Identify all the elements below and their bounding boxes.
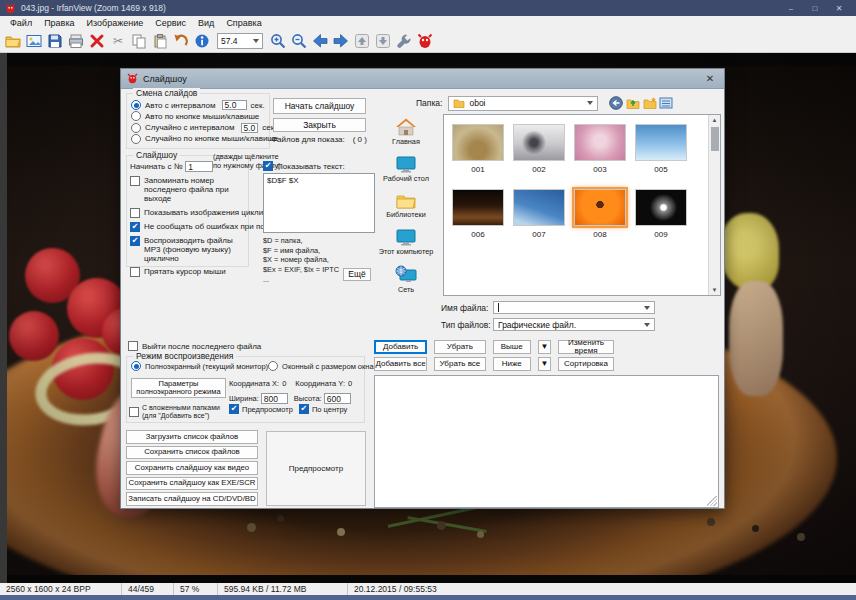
random-interval-input[interactable]: 5.0	[241, 123, 259, 133]
radio-random-on-click[interactable]	[131, 134, 141, 144]
radio-auto-on-click[interactable]	[131, 111, 141, 121]
previous-image-icon[interactable]	[310, 31, 330, 51]
scrollbar-thumb[interactable]	[711, 127, 719, 151]
radio-random-interval[interactable]	[131, 123, 141, 133]
undo-icon[interactable]	[171, 31, 191, 51]
checkbox-show-text[interactable]	[263, 161, 273, 171]
info-icon[interactable]	[192, 31, 212, 51]
radio-windowed[interactable]	[268, 361, 278, 371]
thumbnail-008-selected[interactable]: 008	[572, 189, 628, 239]
move-down-button[interactable]: Ниже	[493, 357, 531, 371]
resize-grip[interactable]	[707, 496, 717, 506]
menu-view[interactable]: Вид	[192, 18, 220, 28]
start-slideshow-button[interactable]: Начать слайдшоу	[273, 98, 366, 114]
thumbnail-009[interactable]: 009	[633, 189, 689, 239]
checkbox-remember-last[interactable]	[130, 176, 140, 186]
auto-interval-input[interactable]: 5.0	[222, 100, 247, 110]
save-icon[interactable]	[45, 31, 65, 51]
thumbnail-003[interactable]: 003	[572, 124, 628, 174]
add-all-button[interactable]: Добавить все	[374, 357, 427, 371]
radio-fullscreen[interactable]	[131, 361, 141, 371]
maximize-button[interactable]: □	[803, 0, 827, 16]
move-up-dropdown-icon[interactable]: ▼	[538, 340, 551, 354]
zoom-in-icon[interactable]	[268, 31, 288, 51]
height-input[interactable]: 600	[324, 393, 351, 404]
slideshow-file-list[interactable]	[374, 375, 719, 508]
checkbox-loop-images[interactable]	[130, 208, 140, 218]
menu-edit[interactable]: Правка	[38, 18, 80, 28]
dialog-close-icon[interactable]: ✕	[702, 73, 718, 84]
close-button[interactable]: ✕	[827, 0, 851, 16]
scroll-up-icon[interactable]: ▲	[712, 115, 718, 125]
slideshow-icon[interactable]	[24, 31, 44, 51]
thumbnail-005[interactable]: 005	[633, 124, 689, 174]
irfanview-bug-icon[interactable]	[415, 31, 435, 51]
zoom-out-icon[interactable]	[289, 31, 309, 51]
place-libraries[interactable]: Библиотеки	[375, 192, 437, 219]
burn-slideshow-button[interactable]: Записать слайдшоу на CD/DVD/BD	[126, 492, 258, 506]
remove-all-button[interactable]: Убрать все	[434, 357, 485, 371]
back-icon[interactable]	[608, 96, 623, 111]
start-number-input[interactable]: 1	[185, 161, 213, 172]
view-menu-icon[interactable]	[659, 96, 674, 111]
checkbox-play-mp3[interactable]	[130, 236, 140, 246]
home-icon	[395, 117, 417, 137]
thumbnail-scrollbar[interactable]: ▲ ▼	[708, 115, 720, 295]
place-network[interactable]: Сеть	[375, 265, 437, 294]
sort-button[interactable]: Сортировка	[558, 357, 614, 371]
save-slideshow-video-button[interactable]: Сохранить слайдшоу как видео	[126, 461, 258, 475]
move-down-dropdown-icon[interactable]: ▼	[538, 357, 551, 371]
menu-image[interactable]: Изображение	[81, 18, 150, 28]
load-file-list-button[interactable]: Загрузить список файлов	[126, 430, 258, 444]
thumbnail-007[interactable]: 007	[511, 189, 567, 239]
checkbox-center[interactable]	[299, 404, 309, 414]
menu-file[interactable]: Файл	[4, 18, 38, 28]
folder-combobox[interactable]: oboi	[448, 96, 598, 111]
checkbox-preview[interactable]	[229, 404, 239, 414]
zoom-level-combobox[interactable]: 57.4	[217, 33, 263, 49]
place-this-pc[interactable]: Этот компьютер	[375, 228, 437, 256]
minimize-button[interactable]: –	[779, 0, 803, 16]
close-slideshow-button[interactable]: Закрыть	[273, 118, 366, 132]
print-icon[interactable]	[66, 31, 86, 51]
dialog-titlebar[interactable]: Слайдшоу ✕	[121, 69, 724, 89]
thumbnail-002[interactable]: 002	[511, 124, 567, 174]
filetype-combobox[interactable]: Графические файл.	[493, 318, 655, 331]
place-home[interactable]: Главная	[375, 117, 437, 146]
move-up-button[interactable]: Выше	[493, 340, 531, 354]
next-image-icon[interactable]	[331, 31, 351, 51]
open-icon[interactable]	[3, 31, 23, 51]
fullscreen-options-button[interactable]: Параметры полноэкранного режима	[131, 378, 226, 398]
paste-icon[interactable]	[150, 31, 170, 51]
menu-options[interactable]: Сервис	[149, 18, 192, 28]
playback-mode-group: Режим воспроизведения Полноэкранный (тек…	[126, 356, 365, 423]
save-file-list-button[interactable]: Сохранить список файлов	[126, 446, 258, 460]
width-input[interactable]: 800	[261, 393, 288, 404]
delete-icon[interactable]	[87, 31, 107, 51]
menu-help[interactable]: Справка	[220, 18, 267, 28]
first-image-icon[interactable]	[352, 31, 372, 51]
up-folder-icon[interactable]	[625, 96, 640, 111]
radio-auto-interval[interactable]	[131, 100, 141, 110]
show-text-template-input[interactable]: $D$F $X	[263, 173, 375, 233]
filename-combobox[interactable]	[493, 301, 655, 314]
thumbnail-001[interactable]: 001	[450, 124, 506, 174]
checkbox-hide-cursor[interactable]	[130, 267, 140, 277]
add-button[interactable]: Добавить	[374, 340, 427, 354]
checkbox-suppress-errors[interactable]	[130, 222, 140, 232]
scroll-down-icon[interactable]: ▼	[712, 285, 718, 295]
copy-icon[interactable]	[129, 31, 149, 51]
more-button[interactable]: Ещё	[343, 268, 371, 281]
new-folder-icon[interactable]	[642, 96, 657, 111]
properties-icon[interactable]	[394, 31, 414, 51]
checkbox-exit-after-last[interactable]	[128, 341, 138, 351]
save-slideshow-exe-button[interactable]: Сохранить слайдшоу как EXE/SCR	[126, 477, 258, 491]
thumbnail-006[interactable]: 006	[450, 189, 506, 239]
last-image-icon[interactable]	[373, 31, 393, 51]
thumbnail-name: 003	[593, 165, 606, 174]
place-desktop[interactable]: Рабочий стол	[375, 155, 437, 183]
cut-icon[interactable]: ✂	[108, 31, 128, 51]
checkbox-with-subfolders[interactable]	[129, 407, 139, 417]
remove-button[interactable]: Убрать	[434, 340, 485, 354]
change-time-button[interactable]: Изменить время	[558, 340, 614, 354]
